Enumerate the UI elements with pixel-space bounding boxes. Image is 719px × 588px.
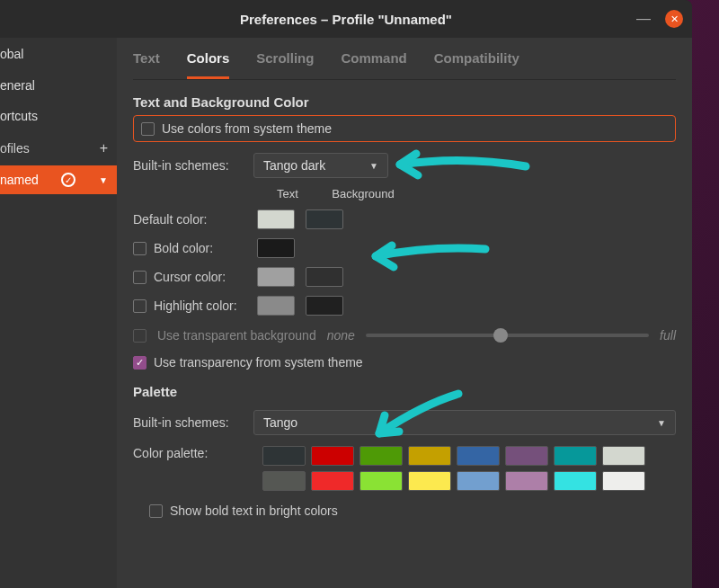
default-color-row: Default color: [133, 209, 676, 229]
col-text-header: Text [266, 187, 309, 200]
bold-color-label: Bold color: [154, 241, 213, 255]
preferences-window: Preferences – Profile "Unnamed" — ✕ obal… [0, 0, 692, 588]
titlebar: Preferences – Profile "Unnamed" — ✕ [0, 0, 692, 38]
transparent-bg-row: Use transparent background none full [133, 328, 676, 343]
builtin-scheme-label: Built-in schemes: [133, 158, 241, 173]
transparent-bg-label: Use transparent background [157, 328, 316, 343]
palette-builtin-row: Built-in schemes: Tango ▼ [133, 410, 676, 435]
cursor-color-label: Cursor color: [154, 270, 226, 284]
chevron-down-icon: ▼ [657, 418, 666, 428]
color-palette-row: Color palette: [133, 446, 676, 491]
cursor-color-row: Cursor color: [133, 267, 676, 287]
window-controls: — ✕ [633, 10, 683, 28]
palette-swatch[interactable] [457, 446, 500, 466]
col-bg-header: Background [327, 187, 399, 200]
bold-bright-row: Show bold text in bright colors [149, 503, 676, 518]
content-area: Text Colors Scrolling Command Compatibil… [117, 38, 692, 588]
palette-swatch[interactable] [602, 446, 645, 466]
bold-color-checkbox[interactable] [133, 242, 146, 255]
transparent-bg-checkbox[interactable] [133, 329, 146, 343]
sidebar-global-header: obal [0, 38, 117, 70]
builtin-scheme-dropdown[interactable]: Tango dark ▼ [253, 153, 388, 178]
default-bg-swatch[interactable] [306, 209, 343, 229]
bold-color-row: Bold color: [133, 238, 676, 258]
palette-swatch[interactable] [311, 471, 354, 491]
slider-none-label: none [327, 328, 355, 343]
palette-swatch[interactable] [262, 471, 306, 491]
window-title: Preferences – Profile "Unnamed" [240, 12, 452, 27]
profile-active-icon: ✓ [61, 173, 75, 187]
palette-swatch[interactable] [360, 446, 403, 466]
section-text-bg-title: Text and Background Color [133, 94, 676, 110]
palette-swatch[interactable] [311, 446, 354, 466]
add-profile-icon[interactable]: + [100, 140, 108, 156]
use-system-colors-row[interactable]: Use colors from system theme [133, 115, 676, 142]
palette-grid [262, 446, 645, 491]
cursor-bg-swatch[interactable] [306, 267, 343, 287]
tab-colors[interactable]: Colors [187, 50, 230, 79]
tab-text[interactable]: Text [133, 50, 160, 79]
cursor-text-swatch[interactable] [257, 267, 295, 287]
palette-builtin-value: Tango [263, 415, 297, 430]
slider-thumb[interactable] [493, 328, 508, 343]
chevron-down-icon: ▼ [369, 161, 378, 171]
transparency-slider[interactable] [366, 334, 649, 337]
palette-swatch[interactable] [505, 446, 548, 466]
tab-command[interactable]: Command [341, 50, 406, 79]
palette-section-title: Palette [133, 384, 676, 399]
sidebar: obal eneral ortcuts ofiles + named ✓ ▼ [0, 38, 117, 588]
tab-scrolling[interactable]: Scrolling [256, 50, 314, 79]
chevron-down-icon[interactable]: ▼ [99, 175, 108, 185]
swatch-column-headers: Text Background [266, 187, 676, 200]
bold-bright-checkbox[interactable] [149, 504, 163, 518]
highlight-color-label: Highlight color: [154, 298, 237, 313]
palette-row-1 [262, 446, 645, 466]
profile-name: named [0, 173, 39, 187]
use-system-colors-label: Use colors from system theme [162, 121, 332, 136]
palette-swatch[interactable] [554, 471, 597, 491]
default-text-swatch[interactable] [257, 209, 295, 229]
palette-row-2 [262, 471, 645, 491]
default-color-label: Default color: [133, 212, 257, 227]
sidebar-profile-unnamed[interactable]: named ✓ ▼ [0, 165, 117, 194]
sidebar-item-shortcuts[interactable]: ortcuts [0, 101, 117, 131]
sidebar-item-general[interactable]: eneral [0, 70, 117, 101]
palette-swatch[interactable] [602, 471, 645, 491]
builtin-scheme-row: Built-in schemes: Tango dark ▼ [133, 153, 676, 178]
palette-swatch[interactable] [457, 471, 500, 491]
palette-builtin-label: Built-in schemes: [133, 415, 241, 430]
palette-swatch[interactable] [360, 471, 403, 491]
palette-swatch[interactable] [505, 471, 548, 491]
builtin-scheme-value: Tango dark [263, 158, 325, 173]
profiles-label: ofiles [0, 141, 30, 156]
use-system-colors-checkbox[interactable] [141, 122, 155, 136]
transparency-theme-checkbox[interactable]: ✓ [133, 356, 146, 370]
palette-builtin-dropdown[interactable]: Tango ▼ [253, 410, 676, 435]
color-palette-label: Color palette: [133, 446, 241, 460]
minimize-icon[interactable]: — [633, 11, 654, 27]
cursor-color-checkbox[interactable] [133, 271, 146, 284]
palette-swatch[interactable] [262, 446, 306, 466]
tabs: Text Colors Scrolling Command Compatibil… [133, 38, 676, 80]
palette-swatch[interactable] [408, 471, 451, 491]
highlight-color-checkbox[interactable] [133, 299, 146, 313]
palette-swatch[interactable] [408, 446, 451, 466]
close-icon[interactable]: ✕ [665, 10, 683, 28]
transparency-theme-row: ✓ Use transparency from system theme [133, 355, 676, 370]
bold-text-swatch[interactable] [257, 238, 295, 258]
sidebar-profiles-header: ofiles + [0, 131, 117, 165]
highlight-color-row: Highlight color: [133, 296, 676, 316]
slider-full-label: full [660, 328, 676, 343]
highlight-bg-swatch[interactable] [306, 296, 343, 316]
palette-swatch[interactable] [554, 446, 597, 466]
transparency-theme-label: Use transparency from system theme [154, 355, 363, 370]
bold-bright-label: Show bold text in bright colors [170, 503, 338, 518]
tab-compatibility[interactable]: Compatibility [434, 50, 519, 79]
highlight-text-swatch[interactable] [257, 296, 295, 316]
